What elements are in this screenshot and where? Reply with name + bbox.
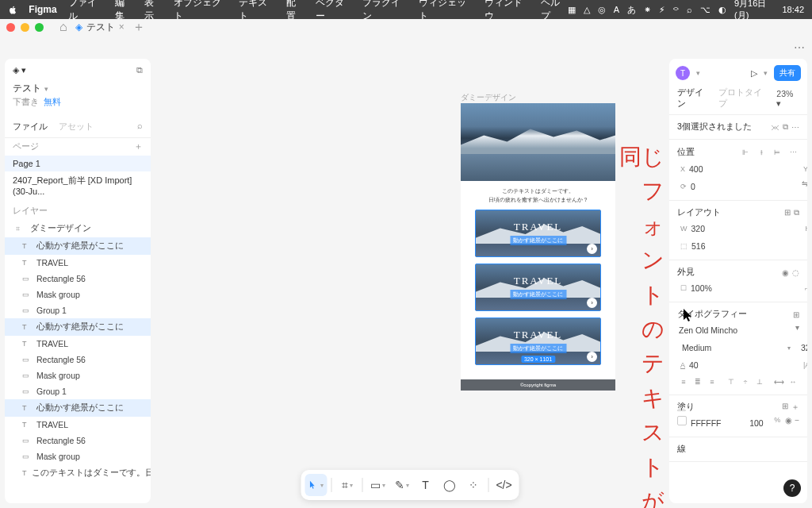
width-input[interactable] [690, 221, 797, 236]
layer-item[interactable]: TTRAVEL [5, 336, 151, 352]
tray-search-icon[interactable]: ⌕ [687, 5, 692, 14]
layer-item[interactable]: T心動かす絶景がここに [5, 399, 151, 417]
page-item[interactable]: Page 1 [5, 156, 151, 171]
layer-item[interactable]: Tこのテキストはダミーです。日... [5, 464, 151, 482]
layer-item[interactable]: ▭Group 1 [5, 302, 151, 318]
layer-item[interactable]: ▭Mask group [5, 287, 151, 302]
opacity-input[interactable] [689, 281, 796, 295]
selected-text[interactable]: 動かす絶景がここに [510, 290, 566, 299]
tray-wifi-icon[interactable]: ⌔ [673, 5, 679, 14]
dev-mode-toggle[interactable]: </> [493, 474, 515, 496]
font-size-input[interactable] [799, 341, 807, 355]
selected-text[interactable]: 動かす絶景がここに [510, 236, 566, 245]
tray-figma-icon[interactable]: ▦ [568, 5, 576, 15]
align-left-icon[interactable]: ⊩ [739, 146, 752, 159]
fill-swatch[interactable] [677, 416, 687, 425]
close-tab-icon[interactable]: × [119, 21, 124, 33]
more-icon[interactable]: ⋯ [787, 146, 799, 159]
tray-battery-icon[interactable]: ⚡︎ [659, 5, 665, 15]
file-title[interactable]: テスト [13, 82, 41, 95]
style-icon[interactable]: ⊞ [782, 402, 788, 413]
layer-item[interactable]: TTRAVEL [5, 417, 151, 433]
play-icon[interactable]: ▷ [751, 68, 757, 78]
chevron-down-icon[interactable]: ▾ [696, 69, 700, 77]
tab-assets[interactable]: アセット [59, 121, 94, 133]
zoom-level[interactable]: 23% ▾ [776, 89, 799, 108]
fill-hex-input[interactable] [689, 416, 745, 430]
more-icon[interactable]: ⋯ [791, 123, 799, 132]
resize-auto-icon[interactable]: ⟷ [772, 375, 785, 388]
tab-file[interactable]: ファイル [13, 121, 48, 133]
selected-text[interactable]: 動かす絶景がここに [510, 344, 566, 353]
tray-kana-icon[interactable]: あ [627, 4, 636, 16]
window-overflow-icon[interactable]: ⋯ [794, 41, 806, 54]
layer-item[interactable]: T心動かす絶景がここに [5, 237, 151, 255]
layer-frame[interactable]: ⌗ダミーデザイン [5, 220, 151, 237]
page-item[interactable]: 2407_Report_前半 [XD Import] (30-Ju... [5, 171, 151, 199]
add-fill-icon[interactable]: ＋ [791, 402, 799, 413]
layer-item[interactable]: ▭Rectangle 56 [5, 352, 151, 368]
menubar-time[interactable]: 18:42 [782, 5, 804, 14]
tray-siri-icon[interactable]: ◐ [718, 5, 726, 15]
tray-bluetooth-icon[interactable]: ⁕ [644, 5, 651, 15]
text-tool[interactable]: T [415, 474, 437, 496]
menubar-date[interactable]: 9月16日 (月) [734, 0, 774, 21]
window-traffic-lights[interactable] [6, 23, 44, 32]
align-right-text-icon[interactable]: ≡ [706, 375, 718, 388]
autolayout-add-icon[interactable]: ⧉ [794, 208, 799, 217]
shape-tool[interactable]: ▭▾ [367, 474, 389, 496]
pen-tool[interactable]: ✎▾ [391, 474, 413, 496]
flip-h-icon[interactable]: ⇋ [802, 179, 807, 194]
home-tab-icon[interactable]: ⌂ [59, 20, 67, 34]
plan-label[interactable]: 無料 [44, 97, 61, 108]
hug-input[interactable] [690, 239, 797, 253]
align-center-icon[interactable]: ⫲ [755, 146, 768, 159]
search-icon[interactable]: ⌕ [137, 121, 143, 133]
layers-section-label[interactable]: レイヤー [13, 206, 48, 217]
tab-design[interactable]: デザイン [677, 87, 710, 110]
panel-collapse-icon[interactable]: ⧉ [136, 65, 143, 75]
valign-top-icon[interactable]: ⊤ [725, 375, 737, 388]
chevron-down-icon[interactable]: ▾ [44, 85, 48, 93]
layer-item[interactable]: ▭Rectangle 56 [5, 433, 151, 448]
tray-cloud-icon[interactable]: △ [584, 5, 590, 15]
align-left-text-icon[interactable]: ≡ [677, 375, 690, 388]
tray-input-icon[interactable]: A [614, 5, 619, 14]
remove-fill-icon[interactable]: − [795, 416, 799, 430]
layer-item[interactable]: T心動かす絶景がここに [5, 318, 151, 336]
align-center-text-icon[interactable]: ≣ [691, 375, 704, 388]
draft-label[interactable]: 下書き [13, 97, 39, 108]
line-height-input[interactable] [688, 358, 795, 372]
add-page-icon[interactable]: ＋ [134, 141, 143, 152]
layer-item[interactable]: ▭Mask group [5, 448, 151, 464]
x-input[interactable] [688, 162, 795, 176]
font-weight-input[interactable] [680, 341, 787, 355]
type-settings-icon[interactable]: ⊞ [793, 310, 799, 319]
document-tab[interactable]: ◈ テスト × [71, 21, 129, 34]
layer-item[interactable]: TTRAVEL [5, 255, 151, 271]
menu-app[interactable]: Figma [29, 4, 56, 15]
copy-icon[interactable]: ⧉ [783, 122, 788, 132]
frame-label[interactable]: ダミーデザイン [461, 92, 516, 103]
design-frame[interactable]: このテキストはダミーです。 日頃の疲れを癒す旅へ出かけませんか？ TRAVEL … [461, 103, 615, 391]
align-right-icon[interactable]: ⊨ [771, 146, 783, 159]
match-icon[interactable]: ⩙ [772, 123, 779, 132]
tab-prototype[interactable]: プロトタイプ [718, 87, 768, 110]
chevron-down-icon[interactable]: ▾ [795, 323, 799, 337]
tray-control-icon[interactable]: ⌥ [700, 5, 710, 15]
card[interactable]: TRAVEL 動かす絶景がここに › 320 × 1101 [475, 318, 601, 365]
valign-mid-icon[interactable]: ÷ [739, 375, 752, 388]
frame-tool[interactable]: ⌗▾ [336, 474, 358, 496]
valign-bot-icon[interactable]: ⊥ [753, 375, 766, 388]
avatar[interactable]: T [676, 66, 690, 80]
autolayout-icon[interactable]: ⊞ [784, 208, 791, 217]
card[interactable]: TRAVEL 動かす絶景がここに › [475, 210, 601, 257]
visibility-icon[interactable]: ◉ [782, 268, 789, 277]
move-tool[interactable]: ▾ [305, 474, 327, 496]
pages-section-label[interactable]: ページ [13, 141, 39, 152]
help-button[interactable]: ? [783, 479, 801, 497]
figma-logo-icon[interactable]: ◈ ▾ [13, 65, 26, 75]
rotation-input[interactable] [689, 179, 796, 194]
layer-item[interactable]: ▭Rectangle 56 [5, 271, 151, 287]
tray-app-icon[interactable]: ◎ [598, 5, 606, 15]
